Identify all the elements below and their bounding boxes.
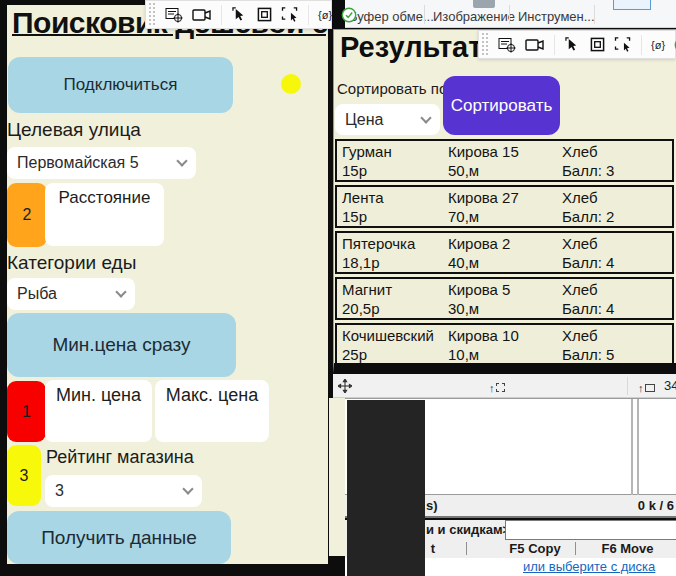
chevron-down-icon [115, 286, 126, 297]
status-light [281, 74, 301, 94]
files-count-text: s) [426, 498, 438, 513]
selection-size-icon[interactable]: ↑ [638, 378, 655, 396]
tab-image[interactable]: Изображение [433, 9, 515, 24]
bytes-count-text: 0 k / 6 [638, 498, 674, 513]
badge-price: 1 [7, 381, 46, 442]
chevron-down-icon [182, 483, 193, 494]
category-select[interactable]: Рыба [7, 278, 135, 310]
score: Балл: 4 [562, 299, 672, 318]
address: Кирова 2 [448, 234, 562, 253]
distance: 70,м [448, 207, 562, 226]
choose-from-disk-link[interactable]: или выберите с диска [523, 559, 655, 574]
rating-label: Рейтинг магазина [46, 447, 194, 468]
food-search-window: Поисковик дешевой еды Подключиться Целев… [7, 5, 328, 564]
confirm-check-icon[interactable] [341, 7, 357, 23]
region-capture-icon[interactable] [590, 37, 605, 52]
tab-tools[interactable]: Инструмен... [518, 9, 595, 24]
chevron-down-icon [176, 155, 187, 166]
results-panel: Результаты Сортировать по Цена Сортирова… [333, 29, 676, 374]
max-price-field[interactable]: Макс. цена [155, 380, 269, 442]
ribbon-separator [594, 5, 595, 24]
toolbar-separator [308, 5, 309, 25]
min-price-field[interactable]: Мин. цена [45, 380, 152, 442]
store-name: Гурман [342, 142, 448, 161]
button-separator [466, 542, 467, 555]
street-select-value: Первомайская 5 [17, 154, 139, 172]
product: Хлеб [562, 142, 672, 161]
street-label: Целевая улица [7, 119, 141, 141]
black-overlay-window [347, 400, 425, 576]
score: Балл: 4 [562, 253, 672, 272]
score: Балл: 3 [562, 161, 672, 180]
command-prompt: и и скидкам> [426, 522, 510, 537]
move-selection-icon[interactable] [338, 379, 352, 397]
result-row: Лента15р Кирова 2770,м ХлебБалл: 2 [335, 185, 674, 228]
store-name: Кочишевский [342, 326, 448, 345]
ribbon-selected-tool-icon [613, 0, 651, 10]
badge-distance: 2 [7, 183, 47, 247]
address: Кирова 5 [448, 280, 562, 299]
store-name: Пятерочка [342, 234, 448, 253]
get-data-button[interactable]: Получить данные [7, 511, 231, 564]
address: Кирова 27 [448, 188, 562, 207]
rating-select-value: 3 [55, 482, 64, 500]
panel-divider[interactable] [631, 399, 639, 495]
price: 18,1р [342, 253, 448, 272]
price: 15р [342, 161, 448, 180]
toolbar-separator [554, 35, 555, 55]
result-row: Кочишевский25р Кирова 1010,м ХлебБалл: 5 [335, 323, 674, 366]
drag-grip-icon[interactable] [148, 2, 156, 27]
capture-statusbar: ↑ ↑ 34 [333, 374, 676, 398]
sort-button[interactable]: Сортировать [443, 76, 560, 135]
cursor-capture-icon[interactable] [231, 7, 248, 22]
window-capture-icon[interactable] [165, 7, 183, 23]
ribbon-separator [509, 5, 510, 24]
tab-clipboard[interactable]: Буфер обме... [349, 9, 434, 24]
copy-button[interactable]: F5 Copy [490, 541, 580, 556]
distance: 30,м [448, 299, 562, 318]
editor-ribbon: Буфер обме... Изображение Инструмен... [345, 0, 676, 28]
ribbon-partial-icon [473, 0, 495, 8]
screen-record-icon[interactable] [525, 38, 545, 52]
resize-selection-icon[interactable]: ↑ [489, 378, 505, 396]
min-price-now-button[interactable]: Мин.цена сразу [7, 313, 236, 377]
food-search-window-edge [329, 398, 345, 556]
ocr-braces-icon[interactable]: {ø} [318, 9, 332, 21]
toolbar-separator [221, 5, 222, 25]
last-region-icon[interactable] [281, 7, 299, 22]
score: Балл: 2 [562, 207, 672, 226]
command-input[interactable] [505, 520, 676, 540]
screen: Поисковик дешевой еды Подключиться Целев… [0, 0, 676, 576]
chevron-down-icon [420, 112, 431, 123]
sort-select[interactable]: Цена [335, 104, 440, 135]
address: Кирова 10 [448, 326, 562, 345]
statusbar-separator [627, 377, 628, 395]
score: Балл: 5 [562, 345, 672, 364]
distance-field[interactable]: Расстояние [45, 183, 164, 246]
product: Хлеб [562, 234, 672, 253]
move-button[interactable]: F6 Move [585, 541, 670, 556]
price: 15р [342, 207, 448, 226]
ribbon-separator [424, 5, 425, 24]
toolbar-separator [641, 35, 642, 55]
sort-select-value: Цена [345, 111, 383, 129]
product: Хлеб [562, 326, 672, 345]
drag-grip-icon[interactable] [481, 32, 489, 57]
product: Хлеб [562, 280, 672, 299]
screen-record-icon[interactable] [192, 8, 212, 22]
cursor-capture-icon[interactable] [564, 37, 581, 52]
last-region-icon[interactable] [614, 37, 632, 52]
region-capture-icon[interactable] [257, 7, 272, 22]
badge-rating: 3 [7, 445, 41, 506]
connect-button[interactable]: Подключиться [8, 57, 233, 113]
result-row: Пятерочка18,1р Кирова 240,м ХлебБалл: 4 [335, 231, 674, 274]
distance: 40,м [448, 253, 562, 272]
button-separator [575, 542, 576, 555]
capture-toolbar: {ø} [145, 0, 332, 29]
window-capture-icon[interactable] [498, 37, 516, 53]
rating-select[interactable]: 3 [45, 475, 202, 507]
category-select-value: Рыба [17, 285, 57, 303]
street-select[interactable]: Первомайская 5 [7, 147, 196, 179]
edit-button[interactable]: t [423, 541, 443, 556]
ocr-braces-icon[interactable]: {ø} [651, 39, 665, 51]
